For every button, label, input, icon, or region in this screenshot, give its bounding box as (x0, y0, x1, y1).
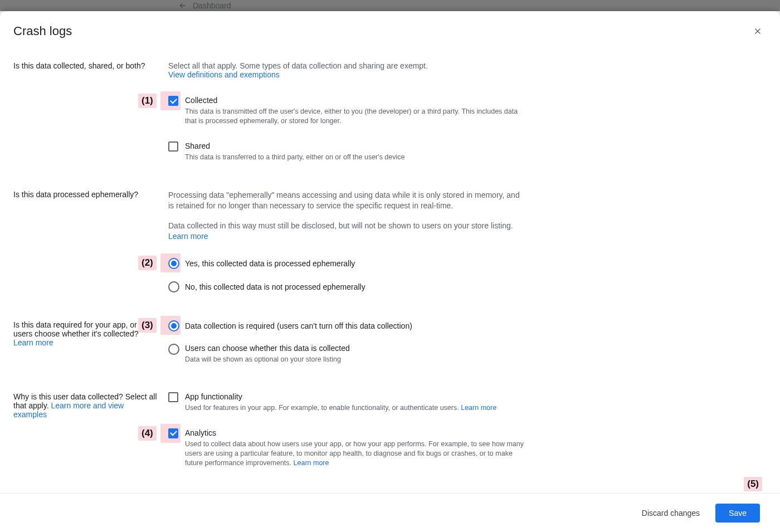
dialog-footer: Discard changes (5) Save (0, 493, 780, 532)
required-learn-more-link[interactable]: Learn more (13, 338, 53, 347)
intro-sentence: Select all that apply. Some types of dat… (168, 61, 428, 70)
definitions-link[interactable]: View definitions and exemptions (168, 70, 280, 79)
option-shared: Shared This data is transferred to a thi… (168, 141, 525, 162)
answer-col: (3) Data collection is required (users c… (168, 320, 525, 364)
required-label: Data collection is required (users can't… (185, 320, 525, 330)
option-ephemeral-yes: (2) Yes, this collected data is processe… (168, 258, 525, 269)
ephemeral-para1: Processing data "ephemerally" means acce… (168, 190, 525, 212)
answer-col: Select all that apply. Some types of dat… (168, 61, 525, 162)
analytics-checkbox[interactable] (168, 428, 178, 438)
app-functionality-checkbox[interactable] (168, 392, 178, 402)
close-button[interactable] (750, 23, 766, 39)
intro-text: Select all that apply. Some types of dat… (168, 61, 525, 79)
analytics-sub: Used to collect data about how users use… (185, 440, 525, 468)
app-functionality-label: App functionality (185, 392, 525, 401)
optional-sub: Data will be shown as optional on your s… (185, 355, 525, 364)
question-text: Is this data collected, shared, or both? (13, 61, 168, 162)
option-required: (3) Data collection is required (users c… (168, 320, 525, 331)
app-functionality-sub-text: Used for features in your app. For examp… (185, 404, 461, 412)
option-collected: (1) Collected This data is transmitted o… (168, 96, 525, 126)
breadcrumb-label: Dashboard (193, 1, 231, 10)
dialog-title: Crash logs (13, 24, 72, 38)
shared-sub: This data is transferred to a third part… (185, 153, 525, 162)
option-ephemeral-no: No, this collected data is not processed… (168, 281, 525, 292)
ephemeral-learn-more-link[interactable]: Learn more (168, 232, 208, 241)
annotation-2: (2) (138, 256, 157, 270)
optional-radio[interactable] (168, 344, 179, 355)
annotation-1: (1) (138, 94, 157, 108)
app-functionality-sub: Used for features in your app. For examp… (185, 403, 525, 413)
question-text: Is this data processed ephemerally? (13, 190, 168, 292)
back-arrow-icon (178, 1, 187, 10)
breadcrumb: Dashboard (178, 0, 231, 11)
shared-checkbox[interactable] (168, 141, 178, 152)
ephemeral-no-label: No, this collected data is not processed… (185, 281, 525, 291)
ephemeral-para2: Data collected in this way must still be… (168, 221, 525, 242)
optional-label: Users can choose whether this data is co… (185, 344, 525, 353)
question-row-collected-shared: Is this data collected, shared, or both?… (13, 61, 767, 162)
answer-col: Processing data "ephemerally" means acce… (168, 190, 525, 292)
discard-button[interactable]: Discard changes (642, 509, 700, 518)
required-question: Is this data required for your app, or c… (13, 320, 152, 338)
analytics-sub-text: Used to collect data about how users use… (185, 440, 524, 467)
dialog-body: Is this data collected, shared, or both?… (0, 39, 780, 493)
ephemeral-yes-radio[interactable] (168, 258, 179, 269)
question-row-required: Is this data required for your app, or c… (13, 320, 767, 364)
question-row-why: Why is this user data collected? Select … (13, 392, 767, 468)
background-overlay (0, 0, 780, 11)
option-app-functionality: App functionality Used for features in y… (168, 392, 525, 413)
ephemeral-no-radio[interactable] (168, 281, 179, 292)
save-button[interactable]: Save (715, 504, 760, 523)
collected-label: Collected (185, 96, 525, 105)
option-analytics: (4) Analytics Used to collect data about… (168, 428, 525, 468)
annotation-4: (4) (138, 426, 157, 441)
option-optional: Users can choose whether this data is co… (168, 344, 525, 364)
ephemeral-yes-label: Yes, this collected data is processed ep… (185, 258, 525, 268)
analytics-label: Analytics (185, 428, 525, 437)
answer-col: App functionality Used for features in y… (168, 392, 525, 468)
dialog-sheet: Crash logs Is this data collected, share… (0, 11, 780, 532)
close-icon (753, 26, 763, 36)
ephemeral-para2-text: Data collected in this way must still be… (168, 221, 513, 230)
app-functionality-learn-more-link[interactable]: Learn more (461, 404, 496, 412)
annotation-5: (5) (744, 477, 762, 491)
collected-sub: This data is transmitted off the user's … (185, 107, 525, 126)
question-row-ephemeral: Is this data processed ephemerally? Proc… (13, 190, 767, 292)
required-radio[interactable] (168, 320, 179, 331)
annotation-3: (3) (138, 318, 157, 333)
dialog-header: Crash logs (0, 11, 780, 39)
shared-label: Shared (185, 141, 525, 150)
collected-checkbox[interactable] (168, 96, 178, 106)
analytics-learn-more-link[interactable]: Learn more (294, 459, 329, 467)
